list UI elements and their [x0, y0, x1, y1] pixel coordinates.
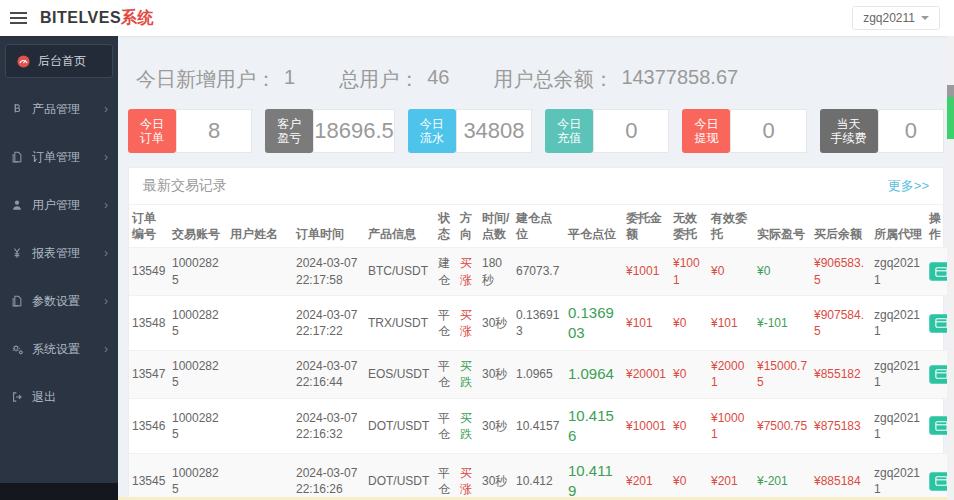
chevron-right-icon: › [104, 342, 108, 356]
column-header: 委托金额 [623, 205, 670, 248]
dashboard-icon [16, 55, 30, 68]
stat-card-value: 8 [176, 109, 252, 153]
table-cell: 13547 [129, 351, 169, 398]
column-header: 时间/点数 [479, 205, 513, 248]
sidebar-item-label: 用户管理 [32, 197, 96, 214]
table-cell: 买涨 [457, 295, 479, 351]
table-row: 13546100028252024-03-07 22:16:32DOT/USDT… [129, 398, 954, 454]
table-cell: ¥1001 [623, 248, 670, 295]
column-header: 所属代理 [871, 205, 926, 248]
table-cell: ¥15000.75 [754, 351, 811, 398]
table-cell: ¥0 [670, 454, 708, 500]
table-row: 13547100028252024-03-07 22:16:44EOS/USDT… [129, 351, 954, 398]
column-header: 用户姓名 [227, 205, 293, 248]
column-header: 有效委托 [708, 205, 754, 248]
sidebar-item-dashboard[interactable]: 后台首页 [5, 44, 113, 78]
logout-icon [10, 391, 24, 403]
scrollbar-thumb[interactable] [947, 97, 954, 139]
table-cell: 10.4157 [513, 398, 565, 454]
page-title: BITELVES系统 [40, 8, 154, 29]
table-cell: ¥10001 [708, 398, 754, 454]
table-cell: ¥201 [623, 454, 670, 500]
stat-card: 今日流水34808 [408, 109, 532, 153]
table-cell: 2024-03-07 22:16:26 [293, 454, 365, 500]
table-body: 13549100028252024-03-07 22:17:58BTC/USDT… [129, 248, 954, 500]
table-cell: ¥101 [623, 295, 670, 351]
table-row: 13548100028252024-03-07 22:17:22TRX/USDT… [129, 295, 954, 351]
table-cell: ¥907584.5 [811, 295, 871, 351]
table-cell: ¥0 [670, 351, 708, 398]
sidebar-item-logout[interactable]: 退出 [0, 380, 118, 414]
chevron-right-icon: › [104, 150, 108, 164]
stats-summary: 今日新增用户：1总用户：46用户总余额：14377858.67 [128, 46, 944, 109]
table-cell: 10002825 [169, 454, 227, 500]
column-header: 无效委托 [670, 205, 708, 248]
sidebar-item-bitcoin[interactable]: 产品管理› [0, 92, 118, 126]
table-cell: 平仓 [435, 295, 457, 351]
sidebar-item-label: 报表管理 [32, 245, 96, 262]
chevron-down-icon [921, 16, 929, 20]
sidebar-item-gear[interactable]: 系统设置› [0, 332, 118, 366]
table-cell: 10.412 [513, 454, 565, 500]
sidebar-item-label: 退出 [32, 389, 108, 406]
stat-cards-row: 今日订单8客户盈亏18696.5今日流水34808今日充值0今日提现0当天手续费… [128, 109, 944, 153]
chevron-right-icon: › [104, 246, 108, 260]
stat-card: 当天手续费0 [820, 109, 944, 153]
table-cell: 67073.7 [513, 248, 565, 295]
chevron-right-icon: › [104, 198, 108, 212]
stat-label: 用户总余额： [493, 66, 613, 93]
column-header: 交易账号 [169, 205, 227, 248]
table-cell: 180秒 [479, 248, 513, 295]
table-cell: 买跌 [457, 351, 479, 398]
table-cell: ¥1001 [670, 248, 708, 295]
table-cell: 13548 [129, 295, 169, 351]
sidebar-item-user[interactable]: 用户管理› [0, 188, 118, 222]
stat-card-label: 今日流水 [408, 109, 456, 153]
user-name: zgq20211 [863, 11, 915, 25]
table-cell: 2024-03-07 22:17:22 [293, 295, 365, 351]
table-cell: 10.4156 [565, 398, 623, 454]
table-row: 13545100028252024-03-07 22:16:26DOT/USDT… [129, 454, 954, 500]
trades-table: 订单编号交易账号用户姓名订单时间产品信息状态方向时间/点数建仓点位平仓点位委托金… [129, 205, 954, 500]
table-cell: 2024-03-07 22:16:32 [293, 398, 365, 454]
stat-card-label: 今日充值 [545, 109, 593, 153]
top-header: BITELVES系统 zgq20211 [0, 0, 954, 36]
menu-toggle-icon[interactable] [10, 9, 40, 27]
table-cell: 30秒 [479, 295, 513, 351]
table-cell: ¥875183 [811, 398, 871, 454]
table-cell: 13546 [129, 398, 169, 454]
table-cell: 平仓 [435, 398, 457, 454]
user-menu[interactable]: zgq20211 [852, 6, 940, 30]
sidebar-item-orders[interactable]: 订单管理› [0, 140, 118, 174]
stat-card: 今日提现0 [682, 109, 806, 153]
table-cell: 13549 [129, 248, 169, 295]
table-cell: ¥10001 [623, 398, 670, 454]
table-cell: 买涨 [457, 454, 479, 500]
table-cell: DOT/USDT [365, 398, 435, 454]
column-header: 建仓点位 [513, 205, 565, 248]
sidebar-footer [0, 483, 118, 500]
column-header: 订单时间 [293, 205, 365, 248]
stat-card: 今日充值0 [545, 109, 669, 153]
params-icon [10, 295, 24, 307]
stat-card-value: 18696.5 [313, 109, 395, 153]
table-cell: zgq20211 [871, 398, 926, 454]
table-cell: ¥201 [708, 454, 754, 500]
table-cell: TRX/USDT [365, 295, 435, 351]
sidebar-item-params[interactable]: 参数设置› [0, 284, 118, 318]
stat-card-value: 0 [878, 109, 944, 153]
stat-value: 1 [284, 66, 295, 93]
table-cell: 0.136913 [513, 295, 565, 351]
table-cell: 10002825 [169, 398, 227, 454]
table-cell: 买涨 [457, 248, 479, 295]
sidebar-item-label: 系统设置 [32, 341, 96, 358]
stat-card-value: 0 [593, 109, 669, 153]
sidebar-item-report-yen[interactable]: 报表管理› [0, 236, 118, 270]
gear-icon [10, 343, 24, 356]
table-cell: ¥885184 [811, 454, 871, 500]
table-cell [227, 295, 293, 351]
sidebar: 后台首页产品管理›订单管理›用户管理›报表管理›参数设置›系统设置›退出 [0, 36, 118, 483]
table-cell: ¥906583.5 [811, 248, 871, 295]
table-cell: EOS/USDT [365, 351, 435, 398]
more-link[interactable]: 更多>> [888, 177, 929, 195]
